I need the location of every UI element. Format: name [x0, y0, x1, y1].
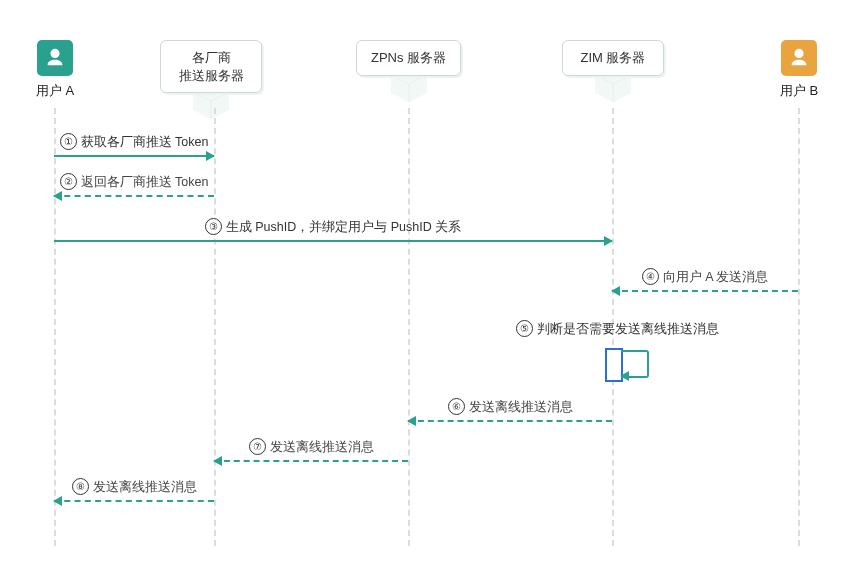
participant-zim-server: ZIM 服务器 [562, 40, 664, 76]
step-number: ⑦ [249, 438, 266, 455]
message-text: 生成 PushID，并绑定用户与 PushID 关系 [226, 220, 461, 234]
message-text: 发送离线推送消息 [469, 400, 573, 414]
message-arrow: ①获取各厂商推送 Token [54, 155, 214, 156]
message-arrow: ⑦发送离线推送消息 [214, 460, 408, 461]
participant-label: 用户 B [780, 82, 818, 100]
message-text: 返回各厂商推送 Token [81, 175, 209, 189]
message-text: 发送离线推送消息 [93, 480, 197, 494]
message-arrow: ②返回各厂商推送 Token [54, 195, 214, 196]
server-box: ZPNs 服务器 [356, 40, 461, 76]
user-icon [781, 40, 817, 76]
message-text: 发送离线推送消息 [270, 440, 374, 454]
step-number: ② [60, 173, 77, 190]
lifeline-vendor [214, 108, 216, 546]
lifeline-zpns [408, 108, 410, 546]
message-arrow: ③生成 PushID，并绑定用户与 PushID 关系 [54, 240, 612, 241]
self-loop-arrow [621, 350, 649, 378]
step-number: ⑥ [448, 398, 465, 415]
self-message-label: ⑤判断是否需要发送离线推送消息 [516, 320, 719, 338]
participant-user-a: 用户 A [36, 40, 74, 100]
participant-user-b: 用户 B [780, 40, 818, 100]
step-number: ⑤ [516, 320, 533, 337]
message-text: 获取各厂商推送 Token [81, 135, 209, 149]
step-number: ⑧ [72, 478, 89, 495]
message-text: 判断是否需要发送离线推送消息 [537, 322, 719, 336]
participant-vendor-server: 各厂商 推送服务器 [160, 40, 262, 93]
step-number: ① [60, 133, 77, 150]
server-box: ZIM 服务器 [562, 40, 664, 76]
server-box: 各厂商 推送服务器 [160, 40, 262, 93]
step-number: ③ [205, 218, 222, 235]
step-number: ④ [642, 268, 659, 285]
participant-zpns-server: ZPNs 服务器 [356, 40, 461, 76]
lifeline-user-b [798, 108, 800, 546]
message-arrow: ⑥发送离线推送消息 [408, 420, 612, 421]
message-arrow: ④向用户 A 发送消息 [612, 290, 798, 291]
participant-label: 用户 A [36, 82, 74, 100]
message-text: 向用户 A 发送消息 [663, 270, 769, 284]
message-arrow: ⑧发送离线推送消息 [54, 500, 214, 501]
user-icon [37, 40, 73, 76]
